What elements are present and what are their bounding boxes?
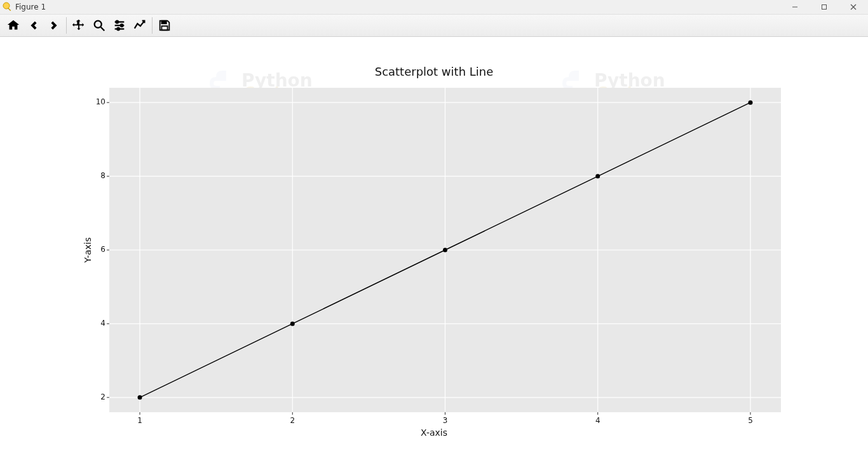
- edit-axis-icon[interactable]: [130, 16, 149, 35]
- x-axis-label: X-axis: [0, 427, 868, 438]
- svg-point-38: [290, 321, 295, 326]
- x-tick-label: 3: [439, 416, 452, 425]
- svg-rect-14: [161, 21, 166, 24]
- back-icon[interactable]: [24, 16, 43, 35]
- svg-rect-3: [822, 5, 827, 10]
- app-icon: [3, 2, 13, 12]
- svg-point-6: [95, 21, 102, 28]
- toolbar-separator: [152, 17, 153, 34]
- svg-point-12: [121, 24, 123, 27]
- svg-point-13: [117, 28, 119, 31]
- svg-point-39: [443, 248, 447, 253]
- x-tick-label: 1: [133, 416, 146, 425]
- x-tick-label: 5: [744, 416, 757, 425]
- y-tick-label: 4: [90, 319, 105, 328]
- close-button[interactable]: [839, 0, 868, 14]
- zoom-icon[interactable]: [90, 16, 109, 35]
- svg-point-37: [138, 395, 142, 399]
- window-title: Figure 1: [15, 3, 46, 11]
- svg-rect-1: [8, 8, 11, 11]
- svg-line-7: [101, 27, 105, 31]
- x-tick-label: 4: [592, 416, 604, 425]
- pan-icon[interactable]: [69, 16, 88, 35]
- y-tick-label: 8: [90, 171, 105, 180]
- svg-point-41: [748, 101, 752, 105]
- configure-subplots-icon[interactable]: [110, 16, 129, 35]
- home-icon[interactable]: [4, 16, 23, 35]
- forward-icon[interactable]: [44, 16, 64, 35]
- maximize-button[interactable]: [810, 0, 839, 14]
- save-icon[interactable]: [155, 16, 174, 35]
- window-controls: [780, 0, 868, 14]
- svg-point-40: [595, 174, 600, 179]
- mpl-toolbar: [0, 15, 868, 37]
- minimize-button[interactable]: [780, 0, 810, 14]
- y-axis-label: Y-axis: [83, 237, 93, 263]
- window-titlebar: Figure 1: [0, 0, 868, 15]
- svg-point-11: [116, 21, 119, 24]
- toolbar-separator: [66, 17, 67, 34]
- y-tick-label: 2: [90, 392, 105, 401]
- x-tick-label: 2: [286, 416, 299, 425]
- chart-plot: [0, 37, 868, 458]
- y-tick-label: 10: [90, 97, 105, 106]
- figure-canvas[interactable]: Python Geeks Python Geeks Python Geeks S…: [0, 37, 868, 458]
